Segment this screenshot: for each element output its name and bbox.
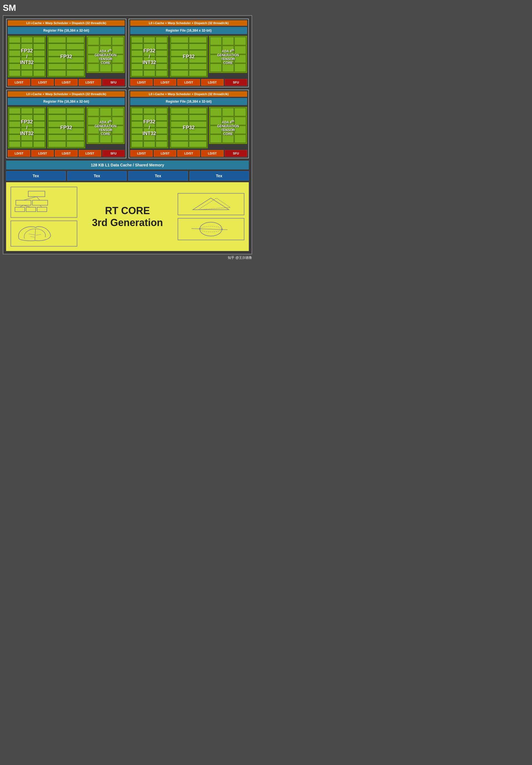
svg-line-7 xyxy=(37,197,40,200)
warp-bar-1: L0 i-Cache + Warp Scheduler + Dispatch (… xyxy=(8,20,125,26)
tensor-block-4: ADA 4thGENERATIONTENSOR CORE xyxy=(209,107,247,148)
quadrant-2: L0 i-Cache + Warp Scheduler + Dispatch (… xyxy=(129,19,249,87)
compute-area-2: FP32/INT32 FP32 xyxy=(130,36,247,77)
tensor-block-2: ADA 4thGENERATIONTENSOR CORE xyxy=(209,36,247,77)
svg-rect-3 xyxy=(15,207,25,212)
sfu-2: SFU xyxy=(225,79,247,86)
svg-rect-1 xyxy=(16,200,31,205)
l1-cache-bar: 128 KB L1 Data Cache / Shared Memory xyxy=(6,161,249,170)
page-title: SM xyxy=(3,3,252,13)
ldst-3-1: LD/ST xyxy=(8,150,30,157)
svg-line-6 xyxy=(23,197,37,200)
rt-core-center: RT CORE 3rd Generation xyxy=(77,205,177,229)
tex-unit-3: Tex xyxy=(128,171,188,181)
ldst-1-2: LD/ST xyxy=(31,79,54,86)
compute-area-1: FP32/INT32 FP32 xyxy=(8,36,125,77)
ldst-4-4: LD/ST xyxy=(201,150,224,157)
svg-line-12 xyxy=(31,237,35,237)
ldst-2-3: LD/ST xyxy=(177,79,200,86)
svg-line-10 xyxy=(40,205,42,207)
fp32-block-2: FP32 xyxy=(169,36,208,77)
tex-unit-1: Tex xyxy=(6,171,66,181)
compute-area-3: FP32/INT32 FP32 xyxy=(8,107,125,148)
ldst-1-3: LD/ST xyxy=(55,79,77,86)
compute-area-4: FP32/INT32 FP32 xyxy=(130,107,247,148)
svg-line-11 xyxy=(29,234,35,235)
leaf-diagram xyxy=(11,221,77,247)
svg-rect-0 xyxy=(28,191,45,197)
sfu-4: SFU xyxy=(225,150,247,157)
circle-diagram xyxy=(177,218,244,240)
watermark: 知乎 @王尔德鲁 xyxy=(3,256,252,260)
tex-unit-4: Tex xyxy=(189,171,249,181)
ldst-1-1: LD/ST xyxy=(8,79,30,86)
warp-bar-4: L0 i-Cache + Warp Scheduler + Dispatch (… xyxy=(130,91,247,97)
tex-unit-2: Tex xyxy=(67,171,127,181)
warp-bar-3: L0 i-Cache + Warp Scheduler + Dispatch (… xyxy=(8,91,125,97)
register-bar-3: Register File (16,384 x 32-bit) xyxy=(8,98,125,105)
register-bar-1: Register File (16,384 x 32-bit) xyxy=(8,27,125,34)
svg-line-9 xyxy=(23,205,31,207)
tensor-block-1: ADA 4thGENERATIONTENSOR CORE xyxy=(87,36,125,77)
quadrant-3: L0 i-Cache + Warp Scheduler + Dispatch (… xyxy=(6,90,127,158)
svg-line-8 xyxy=(20,205,23,207)
ldst-2-1: LD/ST xyxy=(130,79,153,86)
tex-row: Tex Tex Tex Tex xyxy=(6,171,249,181)
svg-rect-4 xyxy=(26,207,36,212)
rt-core-right xyxy=(177,193,244,240)
fp32-int32-block-2: FP32/INT32 xyxy=(130,36,168,77)
fp32-int32-block-4: FP32/INT32 xyxy=(130,107,168,148)
rt-core-section: RT CORE 3rd Generation xyxy=(6,182,249,251)
svg-rect-2 xyxy=(32,200,48,205)
svg-marker-15 xyxy=(198,198,230,210)
rt-core-left xyxy=(11,187,77,247)
ldst-4-2: LD/ST xyxy=(154,150,176,157)
ldst-3-3: LD/ST xyxy=(55,150,77,157)
quadrant-1: L0 i-Cache + Warp Scheduler + Dispatch (… xyxy=(6,19,127,87)
svg-point-20 xyxy=(221,229,223,230)
ldst-4-3: LD/ST xyxy=(177,150,200,157)
bottom-units-4: LD/ST LD/ST LD/ST LD/ST SFU xyxy=(130,150,247,157)
sfu-1: SFU xyxy=(102,79,125,86)
ldst-3-4: LD/ST xyxy=(79,150,101,157)
svg-line-13 xyxy=(36,234,41,235)
fp32-int32-block-1: FP32/INT32 xyxy=(8,36,46,77)
register-bar-2: Register File (16,384 x 32-bit) xyxy=(130,27,247,34)
quadrant-4: L0 i-Cache + Warp Scheduler + Dispatch (… xyxy=(129,90,249,158)
warp-bar-2: L0 i-Cache + Warp Scheduler + Dispatch (… xyxy=(130,20,247,26)
bvh-diagram xyxy=(11,187,77,218)
bottom-units-1: LD/ST LD/ST LD/ST LD/ST SFU xyxy=(8,79,125,86)
triangle-diagram xyxy=(177,193,244,215)
ldst-2-4: LD/ST xyxy=(201,79,224,86)
tensor-block-3: ADA 4thGENERATIONTENSOR CORE xyxy=(87,107,125,148)
ldst-3-2: LD/ST xyxy=(31,150,54,157)
sm-container: L0 i-Cache + Warp Scheduler + Dispatch (… xyxy=(3,15,252,254)
ldst-1-4: LD/ST xyxy=(79,79,101,86)
svg-rect-5 xyxy=(37,207,47,212)
bottom-quadrants-row: L0 i-Cache + Warp Scheduler + Dispatch (… xyxy=(6,90,249,158)
sfu-3: SFU xyxy=(102,150,125,157)
bottom-units-2: LD/ST LD/ST LD/ST LD/ST SFU xyxy=(130,79,247,86)
ldst-4-1: LD/ST xyxy=(130,150,153,157)
fp32-int32-block-3: FP32/INT32 xyxy=(8,107,46,148)
fp32-block-4: FP32 xyxy=(169,107,208,148)
ldst-2-2: LD/ST xyxy=(154,79,176,86)
fp32-block-1: FP32 xyxy=(47,36,85,77)
fp32-block-3: FP32 xyxy=(47,107,85,148)
rt-core-title: RT CORE 3rd Generation xyxy=(77,205,177,229)
svg-point-19 xyxy=(199,228,201,230)
register-bar-4: Register File (16,384 x 32-bit) xyxy=(130,98,247,105)
top-quadrants-row: L0 i-Cache + Warp Scheduler + Dispatch (… xyxy=(6,19,249,87)
rt-core-title-text: RT CORE 3rd Generation xyxy=(92,205,163,228)
bottom-units-3: LD/ST LD/ST LD/ST LD/ST SFU xyxy=(8,150,125,157)
